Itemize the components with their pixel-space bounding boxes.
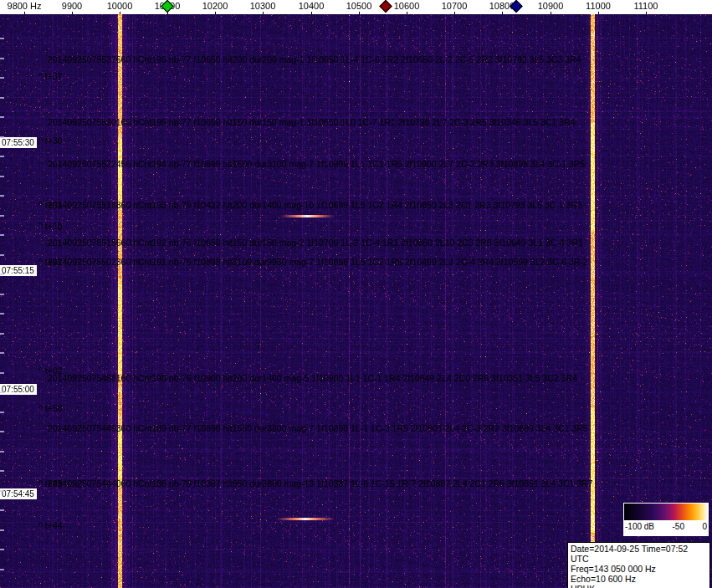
freq-tick-mark (598, 12, 599, 14)
freq-tick-mark (120, 12, 120, 14)
legend-min-label: -100 dB (625, 522, 654, 531)
info-line: Date=2014-09-25 Time=07:52 UTC (571, 544, 707, 564)
freq-tick-mark (24, 12, 25, 14)
freq-tick-mark (311, 12, 312, 14)
legend-labels: -100 dB -50 0 (623, 521, 709, 531)
freq-tick-label: 10900 (538, 1, 564, 11)
color-gradient-bar (624, 504, 708, 520)
freq-tick-label: 11000 (586, 1, 611, 11)
info-lines: Date=2014-09-25 Time=07:52 UTCFreq=143 0… (571, 544, 707, 588)
freq-tick-mark (72, 12, 73, 14)
freq-tick-label: 10400 (299, 1, 325, 11)
freq-tick-mark (359, 12, 360, 14)
db-color-legend: -100 dB -50 0 (623, 503, 709, 536)
freq-tick-label: 10700 (442, 1, 468, 11)
freq-tick-mark (215, 12, 216, 14)
legend-max-label: 0 (702, 522, 707, 531)
spectrogram-app: 9800 Hz990010000101001020010300104001050… (0, 0, 712, 588)
legend-mid-label: -50 (673, 522, 684, 531)
freq-tick-mark (551, 12, 551, 14)
info-line: Echo=10 600 Hz (571, 574, 707, 584)
freq-marker-red-diamond-icon[interactable] (379, 0, 392, 13)
freq-tick-label: 9800 Hz (8, 1, 42, 11)
freq-tick-mark (263, 12, 264, 14)
freq-tick-label: 9900 (62, 1, 82, 11)
freq-tick-mark (407, 12, 407, 14)
freq-tick-label: 11100 (634, 1, 658, 11)
freq-tick-mark (646, 12, 647, 14)
info-line: Freq=143 050 000 Hz (571, 564, 707, 574)
freq-tick-label: 10300 (250, 1, 276, 11)
freq-tick-label: 10200 (202, 1, 228, 11)
freq-tick-label: 10000 (107, 1, 133, 11)
freq-tick-label: 10600 (394, 1, 420, 11)
freq-tick-label: 10500 (346, 1, 372, 11)
freq-tick-mark (454, 12, 455, 14)
freq-tick-mark (502, 12, 503, 14)
frequency-scale-bar: 9800 Hz990010000101001020010300104001050… (0, 0, 712, 14)
spectrogram-canvas[interactable] (0, 14, 712, 588)
info-line: HPHK (571, 584, 707, 588)
status-info-box: Date=2014-09-25 Time=07:52 UTCFreq=143 0… (567, 542, 710, 588)
